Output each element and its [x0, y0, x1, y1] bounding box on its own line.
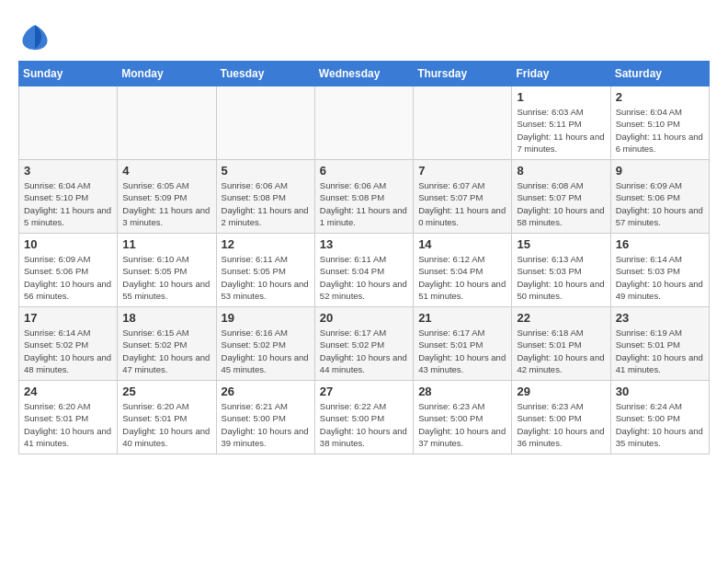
logo-icon [18, 18, 51, 52]
calendar-cell: 17Sunrise: 6:14 AMSunset: 5:02 PMDayligh… [19, 307, 118, 381]
day-info: Sunrise: 6:09 AMSunset: 5:06 PMDaylight:… [24, 253, 112, 302]
day-info: Sunrise: 6:11 AMSunset: 5:05 PMDaylight:… [222, 253, 310, 302]
day-number: 6 [320, 164, 408, 178]
day-number: 15 [517, 237, 605, 251]
calendar-cell: 19Sunrise: 6:16 AMSunset: 5:02 PMDayligh… [216, 307, 314, 381]
day-number: 21 [418, 311, 506, 325]
day-number: 12 [222, 237, 310, 251]
calendar-cell [314, 86, 413, 160]
day-info: Sunrise: 6:13 AMSunset: 5:03 PMDaylight:… [517, 253, 605, 302]
calendar-cell: 8Sunrise: 6:08 AMSunset: 5:07 PMDaylight… [512, 160, 610, 234]
day-number: 9 [616, 164, 704, 178]
weekday-header-monday: Monday [118, 62, 216, 86]
calendar-cell: 25Sunrise: 6:20 AMSunset: 5:01 PMDayligh… [118, 381, 216, 454]
day-info: Sunrise: 6:12 AMSunset: 5:04 PMDaylight:… [418, 253, 506, 302]
calendar-cell: 22Sunrise: 6:18 AMSunset: 5:01 PMDayligh… [512, 307, 610, 381]
day-info: Sunrise: 6:05 AMSunset: 5:09 PMDaylight:… [122, 179, 210, 228]
day-number: 30 [616, 385, 704, 398]
calendar-cell: 6Sunrise: 6:06 AMSunset: 5:08 PMDaylight… [314, 160, 413, 234]
day-number: 26 [222, 385, 310, 398]
calendar-week-row: 10Sunrise: 6:09 AMSunset: 5:06 PMDayligh… [19, 234, 710, 307]
calendar-cell: 13Sunrise: 6:11 AMSunset: 5:04 PMDayligh… [314, 234, 413, 307]
day-info: Sunrise: 6:04 AMSunset: 5:10 PMDaylight:… [24, 179, 112, 228]
weekday-header-row: SundayMondayTuesdayWednesdayThursdayFrid… [19, 62, 710, 86]
day-info: Sunrise: 6:11 AMSunset: 5:04 PMDaylight:… [320, 253, 408, 302]
calendar-cell: 23Sunrise: 6:19 AMSunset: 5:01 PMDayligh… [610, 307, 709, 381]
day-info: Sunrise: 6:21 AMSunset: 5:00 PMDaylight:… [222, 400, 310, 449]
day-info: Sunrise: 6:15 AMSunset: 5:02 PMDaylight:… [122, 327, 210, 375]
calendar-cell: 4Sunrise: 6:05 AMSunset: 5:09 PMDaylight… [118, 160, 216, 234]
calendar-cell: 15Sunrise: 6:13 AMSunset: 5:03 PMDayligh… [512, 234, 610, 307]
day-info: Sunrise: 6:06 AMSunset: 5:08 PMDaylight:… [222, 179, 310, 228]
day-number: 16 [616, 237, 704, 251]
calendar-cell: 16Sunrise: 6:14 AMSunset: 5:03 PMDayligh… [610, 234, 709, 307]
calendar-cell [414, 86, 512, 160]
day-info: Sunrise: 6:23 AMSunset: 5:00 PMDaylight:… [517, 400, 605, 449]
calendar-week-row: 17Sunrise: 6:14 AMSunset: 5:02 PMDayligh… [19, 307, 710, 381]
day-info: Sunrise: 6:14 AMSunset: 5:02 PMDaylight:… [24, 327, 112, 375]
day-info: Sunrise: 6:04 AMSunset: 5:10 PMDaylight:… [616, 106, 704, 155]
day-info: Sunrise: 6:20 AMSunset: 5:01 PMDaylight:… [24, 400, 112, 449]
day-info: Sunrise: 6:20 AMSunset: 5:01 PMDaylight:… [122, 400, 210, 449]
calendar-cell: 1Sunrise: 6:03 AMSunset: 5:11 PMDaylight… [512, 86, 610, 160]
calendar-cell: 29Sunrise: 6:23 AMSunset: 5:00 PMDayligh… [512, 381, 610, 454]
day-number: 20 [320, 311, 408, 325]
day-number: 19 [222, 311, 310, 325]
calendar-week-row: 24Sunrise: 6:20 AMSunset: 5:01 PMDayligh… [19, 381, 710, 454]
day-info: Sunrise: 6:14 AMSunset: 5:03 PMDaylight:… [616, 253, 704, 302]
day-number: 17 [24, 311, 112, 325]
day-info: Sunrise: 6:16 AMSunset: 5:02 PMDaylight:… [222, 327, 310, 375]
logo [18, 18, 57, 52]
calendar-cell: 28Sunrise: 6:23 AMSunset: 5:00 PMDayligh… [414, 381, 512, 454]
calendar-cell: 30Sunrise: 6:24 AMSunset: 5:00 PMDayligh… [610, 381, 709, 454]
page-header [18, 18, 710, 52]
day-info: Sunrise: 6:22 AMSunset: 5:00 PMDaylight:… [320, 400, 408, 449]
calendar-cell: 7Sunrise: 6:07 AMSunset: 5:07 PMDaylight… [414, 160, 512, 234]
day-number: 2 [616, 90, 704, 104]
calendar-cell: 21Sunrise: 6:17 AMSunset: 5:01 PMDayligh… [414, 307, 512, 381]
calendar-cell: 10Sunrise: 6:09 AMSunset: 5:06 PMDayligh… [19, 234, 118, 307]
day-number: 27 [320, 385, 408, 398]
day-info: Sunrise: 6:17 AMSunset: 5:01 PMDaylight:… [418, 327, 506, 375]
weekday-header-saturday: Saturday [610, 62, 709, 86]
day-info: Sunrise: 6:10 AMSunset: 5:05 PMDaylight:… [122, 253, 210, 302]
calendar-week-row: 3Sunrise: 6:04 AMSunset: 5:10 PMDaylight… [19, 160, 710, 234]
weekday-header-thursday: Thursday [414, 62, 512, 86]
calendar-cell: 24Sunrise: 6:20 AMSunset: 5:01 PMDayligh… [19, 381, 118, 454]
day-number: 7 [418, 164, 506, 178]
day-number: 11 [122, 237, 210, 251]
calendar-cell: 18Sunrise: 6:15 AMSunset: 5:02 PMDayligh… [118, 307, 216, 381]
day-number: 23 [616, 311, 704, 325]
day-info: Sunrise: 6:24 AMSunset: 5:00 PMDaylight:… [616, 400, 704, 449]
day-number: 5 [222, 164, 310, 178]
calendar-cell: 5Sunrise: 6:06 AMSunset: 5:08 PMDaylight… [216, 160, 314, 234]
day-info: Sunrise: 6:19 AMSunset: 5:01 PMDaylight:… [616, 327, 704, 375]
weekday-header-sunday: Sunday [19, 62, 118, 86]
day-number: 22 [517, 311, 605, 325]
calendar-cell: 9Sunrise: 6:09 AMSunset: 5:06 PMDaylight… [610, 160, 709, 234]
calendar-week-row: 1Sunrise: 6:03 AMSunset: 5:11 PMDaylight… [19, 86, 710, 160]
calendar-cell: 26Sunrise: 6:21 AMSunset: 5:00 PMDayligh… [216, 381, 314, 454]
day-number: 28 [418, 385, 506, 398]
calendar-cell [118, 86, 216, 160]
day-number: 4 [122, 164, 210, 178]
day-number: 10 [24, 237, 112, 251]
day-info: Sunrise: 6:23 AMSunset: 5:00 PMDaylight:… [418, 400, 506, 449]
day-info: Sunrise: 6:08 AMSunset: 5:07 PMDaylight:… [517, 179, 605, 228]
day-number: 18 [122, 311, 210, 325]
calendar-cell: 11Sunrise: 6:10 AMSunset: 5:05 PMDayligh… [118, 234, 216, 307]
weekday-header-tuesday: Tuesday [216, 62, 314, 86]
day-number: 1 [517, 90, 605, 104]
day-info: Sunrise: 6:03 AMSunset: 5:11 PMDaylight:… [517, 106, 605, 155]
calendar-cell: 20Sunrise: 6:17 AMSunset: 5:02 PMDayligh… [314, 307, 413, 381]
calendar-cell [19, 86, 118, 160]
weekday-header-friday: Friday [512, 62, 610, 86]
calendar-cell: 12Sunrise: 6:11 AMSunset: 5:05 PMDayligh… [216, 234, 314, 307]
day-number: 25 [122, 385, 210, 398]
day-number: 24 [24, 385, 112, 398]
calendar-cell: 3Sunrise: 6:04 AMSunset: 5:10 PMDaylight… [19, 160, 118, 234]
day-number: 8 [517, 164, 605, 178]
day-number: 3 [24, 164, 112, 178]
calendar-cell: 2Sunrise: 6:04 AMSunset: 5:10 PMDaylight… [610, 86, 709, 160]
day-number: 14 [418, 237, 506, 251]
